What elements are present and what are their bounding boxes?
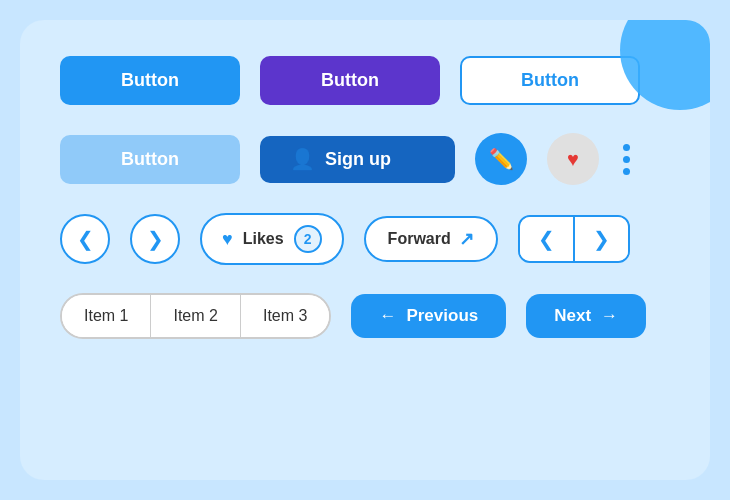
lr-nav-group: ❮ ❯ xyxy=(518,215,630,263)
previous-button[interactable]: ← Previous xyxy=(351,294,506,338)
blue-button[interactable]: Button xyxy=(60,56,240,105)
card: Button Button Button Button 👤 Sign up ✏️… xyxy=(20,20,710,480)
segment-group: Item 1 Item 2 Item 3 xyxy=(60,293,331,339)
lr-left-icon: ❮ xyxy=(538,228,555,250)
likes-label: Likes xyxy=(243,230,284,248)
row-2: Button 👤 Sign up ✏️ ♥ xyxy=(60,133,670,185)
forward-arrow-icon: ↗ xyxy=(459,228,474,250)
more-options-button[interactable] xyxy=(619,136,634,183)
next-label: Next xyxy=(554,306,591,326)
purple-button[interactable]: Button xyxy=(260,56,440,105)
prev-arrow-icon: ← xyxy=(379,306,396,326)
likes-count-badge: 2 xyxy=(294,225,322,253)
prev-circle-button[interactable]: ❮ xyxy=(60,214,110,264)
heart-button[interactable]: ♥ xyxy=(547,133,599,185)
lr-left-button[interactable]: ❮ xyxy=(520,217,573,261)
next-button[interactable]: Next → xyxy=(526,294,646,338)
forward-label: Forward xyxy=(388,230,451,248)
left-arrow-icon: ❮ xyxy=(77,227,94,251)
signup-button[interactable]: 👤 Sign up xyxy=(260,136,455,183)
heart-icon: ♥ xyxy=(567,148,579,171)
next-circle-button[interactable]: ❯ xyxy=(130,214,180,264)
likes-heart-icon: ♥ xyxy=(222,229,233,250)
row-4: Item 1 Item 2 Item 3 ← Previous Next → xyxy=(60,293,670,339)
likes-button[interactable]: ♥ Likes 2 xyxy=(200,213,344,265)
segment-item-1[interactable]: Item 1 xyxy=(62,295,150,337)
right-arrow-icon: ❯ xyxy=(147,227,164,251)
segment-item-2[interactable]: Item 2 xyxy=(150,295,239,337)
row-1: Button Button Button xyxy=(60,56,670,105)
lightblue-button[interactable]: Button xyxy=(60,135,240,184)
dot-icon xyxy=(623,156,630,163)
dot-icon xyxy=(623,168,630,175)
lr-right-icon: ❯ xyxy=(593,228,610,250)
edit-button[interactable]: ✏️ xyxy=(475,133,527,185)
forward-button[interactable]: Forward ↗ xyxy=(364,216,498,262)
segment-item-3[interactable]: Item 3 xyxy=(240,295,329,337)
row-3: ❮ ❯ ♥ Likes 2 Forward ↗ ❮ ❯ xyxy=(60,213,670,265)
prev-label: Previous xyxy=(406,306,478,326)
user-icon: 👤 xyxy=(290,149,315,169)
edit-icon: ✏️ xyxy=(489,147,514,171)
lr-right-button[interactable]: ❯ xyxy=(573,217,628,261)
signup-label: Sign up xyxy=(325,149,391,170)
next-arrow-icon: → xyxy=(601,306,618,326)
outline-button[interactable]: Button xyxy=(460,56,640,105)
dot-icon xyxy=(623,144,630,151)
